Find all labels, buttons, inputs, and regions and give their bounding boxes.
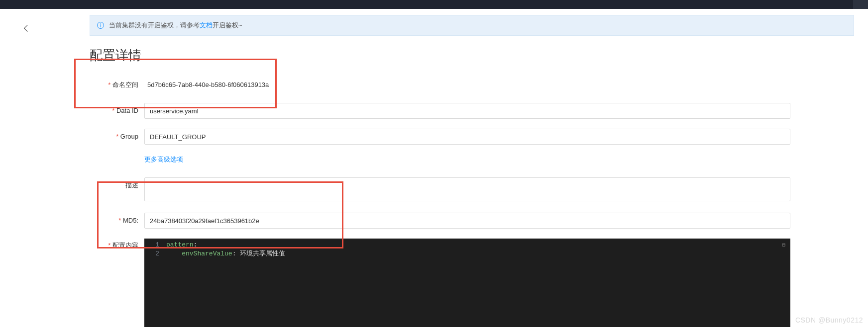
top-bar [0,0,868,9]
value-namespace: 5d7b6c65-7ab8-440e-b580-6f060613913a [144,77,868,93]
advanced-options-link[interactable]: 更多高级选项 [144,156,183,163]
input-data-id[interactable] [144,103,790,119]
row-namespace: 命名空间 5d7b6c65-7ab8-440e-b580-6f060613913… [90,77,868,93]
code-lines: pattern: envShareValue: 环境共享属性值 [166,241,786,258]
code-gutter: 12 [144,241,162,258]
row-group: Group [90,129,868,145]
row-desc: 描述 [90,177,868,203]
input-desc[interactable] [144,177,790,201]
label-content: 配置内容 [90,239,144,249]
auth-alert: i 当前集群没有开启鉴权，请参考文档开启鉴权~ [90,15,854,36]
top-bar-right [853,0,868,9]
back-chevron-icon[interactable] [24,25,31,32]
content-area: i 当前集群没有开启鉴权，请参考文档开启鉴权~ 配置详情 命名空间 5d7b6c… [90,15,868,327]
row-md5: MD5: [90,213,868,229]
input-group[interactable] [144,129,790,145]
code-val-env: 环境共享属性值 [240,250,285,257]
label-desc: 描述 [90,177,144,189]
label-group: Group [90,129,144,145]
code-indent [166,250,182,257]
code-fold-icon[interactable]: ⊟ [782,241,785,249]
alert-doc-link[interactable]: 文档 [200,21,213,29]
page-title: 配置详情 [90,47,868,64]
label-namespace: 命名空间 [90,77,144,93]
row-advanced: 更多高级选项 [90,155,868,164]
alert-suffix: 开启鉴权~ [213,21,242,29]
row-data-id: Data ID [90,103,868,119]
alert-prefix: 当前集群没有开启鉴权，请参考 [109,21,200,29]
info-icon: i [97,22,104,29]
label-data-id: Data ID [90,103,144,119]
code-key-env: envShareValue [182,250,232,257]
code-editor[interactable]: 12 pattern: envShareValue: 环境共享属性值 ⊟ [144,239,790,327]
input-md5[interactable] [144,213,790,229]
label-md5: MD5: [90,213,144,229]
row-content: 配置内容 12 pattern: envShareValue: 环境共享属性值 … [90,239,868,327]
watermark: CSDN @Bunny0212 [795,316,863,324]
code-key-pattern: pattern [166,241,194,248]
